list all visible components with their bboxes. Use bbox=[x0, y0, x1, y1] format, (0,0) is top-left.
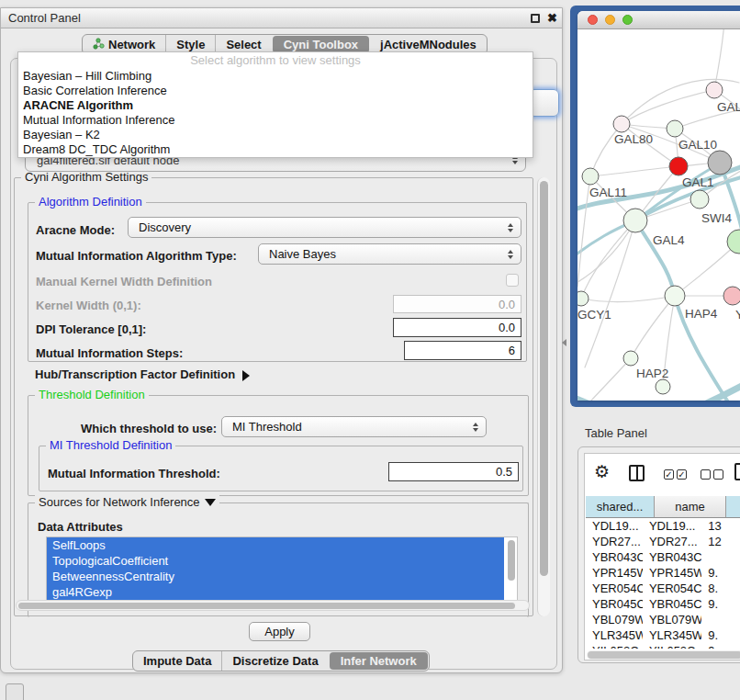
network-node[interactable] bbox=[708, 151, 732, 175]
expander-down-icon bbox=[205, 499, 216, 506]
hscroll-thumb[interactable] bbox=[18, 603, 515, 609]
algorithm-option[interactable]: Bayesian – Hill Climbing bbox=[18, 69, 533, 84]
table-row[interactable]: YER054CYER054C8. bbox=[586, 581, 740, 596]
edge[interactable] bbox=[590, 166, 678, 176]
algorithm-option[interactable]: Mutual Information Inference bbox=[18, 113, 533, 128]
tab-impute-data[interactable]: Impute Data bbox=[133, 651, 221, 671]
network-node-gal10[interactable] bbox=[667, 120, 683, 137]
network-node[interactable] bbox=[656, 379, 670, 394]
algorithm-option[interactable]: Basic Correlation Inference bbox=[18, 84, 533, 98]
minimize-traffic-light-icon[interactable] bbox=[605, 15, 615, 25]
algorithm-option[interactable]: Dream8 DC_TDC Algorithm bbox=[18, 142, 533, 157]
edge[interactable] bbox=[714, 29, 724, 90]
edge[interactable] bbox=[577, 176, 590, 287]
table-row[interactable]: YLR345WYLR345W9. bbox=[586, 627, 740, 643]
mi-type-label: Mutual Information Algorithm Type: bbox=[36, 249, 237, 263]
which-threshold-label: Which threshold to use: bbox=[81, 422, 217, 435]
edge[interactable] bbox=[581, 358, 631, 401]
edge[interactable] bbox=[631, 296, 675, 358]
table-row[interactable]: YBL079WYBL079W bbox=[586, 612, 740, 627]
edge-bundle[interactable] bbox=[678, 380, 740, 401]
edge[interactable] bbox=[581, 296, 675, 302]
algorithm-option[interactable]: Bayesian – K2 bbox=[18, 128, 533, 142]
tab-label: Select bbox=[226, 38, 261, 51]
network-node-gal11[interactable] bbox=[582, 168, 599, 185]
algorithm-option[interactable]: ARACNE Algorithm bbox=[18, 98, 533, 113]
data-attribute-item[interactable]: BetweennessCentrality bbox=[47, 569, 504, 584]
sources-title-text: Sources for Network Inference bbox=[39, 495, 200, 509]
table-row[interactable]: YBR045CYBR045C9. bbox=[586, 596, 740, 612]
float-window-icon[interactable] bbox=[531, 14, 540, 23]
close-traffic-light-icon[interactable] bbox=[588, 15, 598, 25]
hub-definition-expander[interactable]: Hub/Transcription Factor Definition bbox=[35, 367, 250, 381]
tab-infer-network[interactable]: Infer Network bbox=[330, 652, 428, 670]
settings-vertical-scrollbar[interactable] bbox=[537, 177, 550, 616]
network-node[interactable] bbox=[727, 230, 740, 254]
table-row[interactable]: YBR043CYBR043C bbox=[586, 549, 740, 565]
table-row[interactable]: YIL052CYIL052C9 bbox=[586, 643, 740, 649]
zoom-traffic-light-icon[interactable] bbox=[622, 15, 633, 25]
mi-type-combo[interactable]: Naive Bayes bbox=[258, 243, 521, 265]
table-cell: YPR145W bbox=[586, 565, 643, 581]
list-scrollbar[interactable] bbox=[508, 540, 515, 581]
manual-kernel-checkbox[interactable] bbox=[506, 274, 519, 287]
table-cell: YER054C bbox=[643, 581, 701, 596]
close-icon[interactable]: ✖ bbox=[547, 11, 557, 25]
settings-horizontal-scrollbar[interactable] bbox=[16, 600, 530, 611]
data-attribute-item[interactable]: SelfLoops bbox=[47, 537, 504, 553]
algorithm-definition-group: Algorithm Definition Aracne Mode: Discov… bbox=[28, 202, 527, 362]
mi-threshold-field[interactable]: 0.5 bbox=[388, 462, 519, 481]
table-panel-title: Table Panel bbox=[585, 426, 647, 440]
vscroll-thumb[interactable] bbox=[540, 181, 548, 576]
table-column-header[interactable]: name bbox=[655, 496, 726, 518]
tab-label: Cyni Toolbox bbox=[284, 38, 358, 51]
network-node-swi4[interactable] bbox=[690, 190, 709, 209]
edge[interactable] bbox=[622, 90, 714, 124]
page-icon[interactable] bbox=[734, 463, 740, 480]
apply-button-label: Apply bbox=[264, 625, 295, 638]
network-window-titlebar[interactable] bbox=[577, 11, 740, 29]
dpi-tolerance-field[interactable]: 0.0 bbox=[393, 318, 521, 337]
sources-group-title[interactable]: Sources for Network Inference bbox=[35, 495, 219, 509]
network-node-gal1[interactable] bbox=[669, 157, 688, 175]
network-node-gal4[interactable] bbox=[623, 209, 647, 232]
data-attribute-item[interactable]: TopologicalCoefficient bbox=[47, 553, 504, 569]
network-node-gcy1[interactable] bbox=[577, 291, 589, 306]
data-attributes-list[interactable]: SelfLoopsTopologicalCoefficientBetweenne… bbox=[46, 536, 518, 603]
table-row[interactable]: YPR145WYPR145W9. bbox=[586, 565, 740, 581]
network-node-gal80[interactable] bbox=[613, 116, 630, 132]
deselect-check-icon[interactable] bbox=[701, 469, 711, 480]
mi-steps-label: Mutual Information Steps: bbox=[36, 346, 183, 360]
table-row[interactable]: YDR27...YDR27...12 bbox=[586, 534, 740, 549]
table-horizontal-scrollbar[interactable] bbox=[587, 650, 740, 660]
table-hscroll-thumb[interactable] bbox=[588, 651, 740, 659]
network-node-hap2[interactable] bbox=[623, 351, 638, 366]
network-node-gal[interactable] bbox=[706, 82, 723, 98]
threshold-definition-group: Threshold Definition Which threshold to … bbox=[28, 395, 529, 496]
aracne-mode-combo[interactable]: Discovery bbox=[128, 217, 521, 238]
table-column-header[interactable]: shared... bbox=[586, 496, 655, 518]
split-view-icon[interactable] bbox=[629, 465, 645, 481]
tab-discretize-data[interactable]: Discretize Data bbox=[221, 651, 328, 671]
mi-steps-field[interactable]: 6 bbox=[404, 341, 521, 360]
kernel-width-field[interactable]: 0.0 bbox=[393, 295, 521, 313]
table-column-header[interactable]: A bbox=[726, 496, 740, 518]
data-attribute-item[interactable]: gal4RGexp bbox=[47, 584, 504, 600]
network-node-hap4[interactable] bbox=[665, 286, 685, 306]
deselect-check-icon[interactable] bbox=[713, 469, 723, 480]
which-threshold-combo[interactable]: MI Threshold bbox=[221, 416, 487, 437]
apply-button[interactable]: Apply bbox=[249, 622, 310, 641]
select-all-check-icon[interactable]: ✓ bbox=[664, 469, 674, 480]
table-cell: YIL052C bbox=[643, 643, 701, 649]
network-node-y[interactable] bbox=[723, 287, 740, 305]
table-row[interactable]: YDL19...YDL19...13 bbox=[586, 518, 740, 534]
network-view-window: GALGAL80GAL10GAL1GAL11SWI4GAL4GCY1HAP4YH… bbox=[577, 11, 740, 401]
collapsed-panel-stub[interactable] bbox=[6, 683, 24, 700]
select-all-check-icon[interactable]: ✓ bbox=[677, 469, 687, 480]
split-divider-arrow-icon[interactable] bbox=[562, 339, 566, 346]
edge-bundle[interactable] bbox=[577, 395, 642, 401]
network-canvas[interactable]: GALGAL80GAL10GAL1GAL11SWI4GAL4GCY1HAP4YH… bbox=[577, 29, 740, 401]
screen: { "control_panel": { "title": "Control P… bbox=[0, 0, 740, 700]
gear-icon[interactable]: ⚙ bbox=[594, 461, 610, 482]
table-cell: YDR27... bbox=[586, 534, 643, 549]
